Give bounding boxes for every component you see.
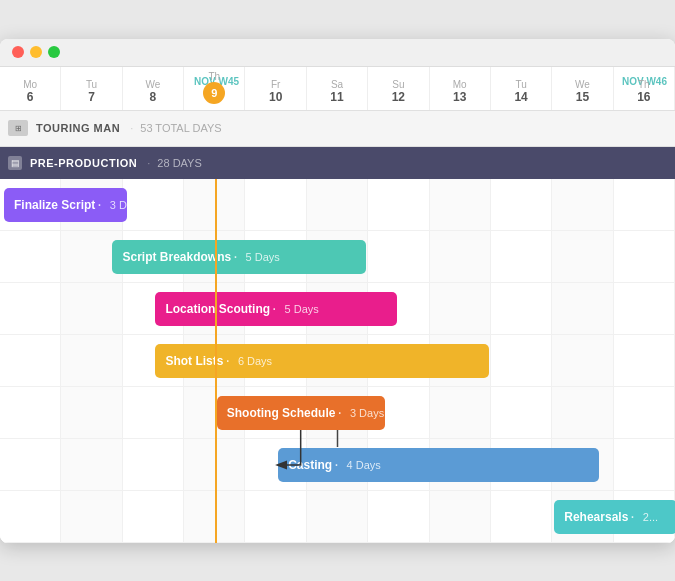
date-fr10: Fr 10 [245,67,306,110]
task-days-script-breakdowns: 5 Days [246,251,280,263]
date-we8: We 8 [123,67,184,110]
gantt-rows: Finalize Script · 3 Days Script Breakdow… [0,179,675,543]
task-days-rehearsals: 2... [643,511,658,523]
phase-icon: ▤ [8,156,22,170]
maximize-button[interactable] [48,46,60,58]
date-mo6: Mo 6 [0,67,61,110]
phase-name: PRE-PRODUCTION [30,157,137,169]
phase-days: · 28 DAYS [143,157,202,169]
task-days-casting: 4 Days [347,459,381,471]
task-label-shooting-schedule: Shooting Schedule [227,406,336,420]
project-header: ⊞ TOURING MAN · 53 TOTAL DAYS [0,111,675,147]
task-label-location-scouting: Location Scouting [165,302,270,316]
date-su12: Su 12 [368,67,429,110]
date-we15: We 15 [552,67,613,110]
gantt-container: NOV W45 NOV W46 Mo 6 Tu 7 We 8 Th 9 [0,67,675,543]
task-days-location-scouting: 5 Days [285,303,319,315]
phase-header: ▤ PRE-PRODUCTION · 28 DAYS [0,147,675,179]
project-icon: ⊞ [8,120,28,136]
task-bar-location-scouting[interactable]: Location Scouting · 5 Days [155,292,396,326]
today-line [215,179,217,543]
task-bar-finalize-script[interactable]: Finalize Script · 3 Days [4,188,127,222]
task-bar-casting[interactable]: Casting · 4 Days [278,448,599,482]
task-label-finalize-script: Finalize Script [14,198,95,212]
title-bar [0,39,675,67]
task-days-shooting-schedule: 3 Days [350,407,384,419]
project-name: TOURING MAN [36,122,120,134]
task-bar-rehearsals[interactable]: Rehearsals · 2... [554,500,675,534]
task-bar-shooting-schedule[interactable]: Shooting Schedule · 3 Days [217,396,385,430]
close-button[interactable] [12,46,24,58]
task-bar-script-breakdowns[interactable]: Script Breakdowns · 5 Days [112,240,366,274]
date-mo13: Mo 13 [430,67,491,110]
project-total-days: · 53 TOTAL DAYS [126,122,221,134]
date-header: NOV W45 NOV W46 Mo 6 Tu 7 We 8 Th 9 [0,67,675,111]
date-th9-today: Th 9 [184,67,245,110]
minimize-button[interactable] [30,46,42,58]
date-tu14: Tu 14 [491,67,552,110]
task-days-shot-lists: 6 Days [238,355,272,367]
task-days-finalize-script: 3 Days [110,199,144,211]
task-label-rehearsals: Rehearsals [564,510,628,524]
date-tu7: Tu 7 [61,67,122,110]
date-sa11: Sa 11 [307,67,368,110]
date-th16: Th 16 [614,67,675,110]
app-window: NOV W45 NOV W46 Mo 6 Tu 7 We 8 Th 9 [0,39,675,543]
task-bar-shot-lists[interactable]: Shot Lists · 6 Days [155,344,489,378]
task-label-casting: Casting [288,458,332,472]
